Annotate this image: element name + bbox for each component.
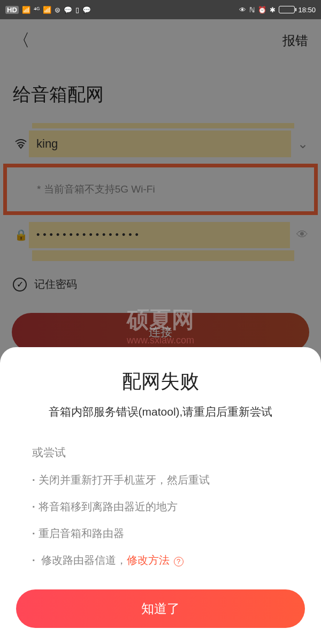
modal-button-label: 知道了	[141, 600, 180, 617]
bluetooth-icon: ✱	[270, 6, 276, 14]
status-left: HD 📶 ⁴ᴳ 📶 ⊜ 💬 ▯ 💬	[5, 6, 91, 14]
modal-tip: 修改路由器信道，修改方法 ?	[32, 552, 305, 568]
modal-subtitle: 音箱内部服务错误(matool),请重启后重新尝试	[16, 404, 305, 419]
wechat-icon: 💬	[64, 6, 72, 14]
signal-4g: ⁴ᴳ	[34, 6, 40, 14]
signal-icon: 📶	[22, 6, 30, 14]
nfc-icon: ℕ	[249, 6, 255, 14]
wifi-status-icon: ⊜	[55, 6, 60, 14]
modify-method-link[interactable]: 修改方法	[127, 554, 170, 566]
battery-icon	[279, 6, 295, 13]
message-icon: 💬	[82, 6, 91, 14]
battery-small-icon: ▯	[75, 6, 79, 14]
modal-tips-list: 关闭并重新打开手机蓝牙，然后重试 将音箱移到离路由器近的地方 重启音箱和路由器 …	[16, 472, 305, 568]
watermark-main: 硕夏网	[127, 305, 194, 335]
modal-try-label: 或尝试	[16, 445, 305, 460]
hd-badge: HD	[5, 6, 19, 14]
eye-status-icon: 👁	[239, 6, 246, 14]
watermark: 硕夏网 www.sxiaw.com	[127, 305, 194, 346]
modal-tip: 将音箱移到离路由器近的地方	[32, 499, 305, 515]
status-bar: HD 📶 ⁴ᴳ 📶 ⊜ 💬 ▯ 💬 👁 ℕ ⏰ ✱ 18:50	[0, 0, 321, 19]
watermark-sub: www.sxiaw.com	[127, 335, 194, 346]
status-right: 👁 ℕ ⏰ ✱ 18:50	[239, 6, 316, 14]
failure-modal: 配网失败 音箱内部服务错误(matool),请重启后重新尝试 或尝试 关闭并重新…	[0, 347, 321, 644]
modal-confirm-button[interactable]: 知道了	[16, 589, 305, 628]
signal-icon-2: 📶	[43, 6, 51, 14]
modal-tip: 重启音箱和路由器	[32, 525, 305, 541]
alarm-icon: ⏰	[258, 6, 266, 14]
tip4-prefix: 修改路由器信道，	[41, 554, 127, 566]
modal-title: 配网失败	[16, 369, 305, 395]
status-time: 18:50	[298, 6, 316, 14]
modal-tip: 关闭并重新打开手机蓝牙，然后重试	[32, 472, 305, 488]
help-icon[interactable]: ?	[174, 557, 184, 566]
